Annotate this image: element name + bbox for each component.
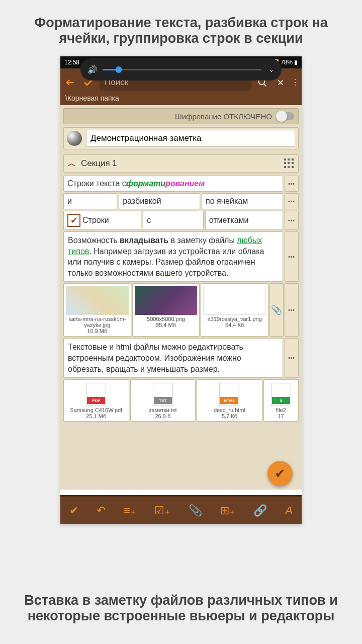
encryption-label: Шифрование ОТКЛЮЧЕНО <box>175 112 272 121</box>
map-thumbnail-icon <box>66 286 129 315</box>
note-title-input[interactable]: Демонстрационная заметка <box>86 130 295 147</box>
phone-frame: 12:58 ⏰ 📶 78% ▮ 🔊 ⌄ Поиск ⋮ \Корневая па… <box>60 56 302 524</box>
fab-confirm-button[interactable]: ✔ <box>267 461 293 486</box>
format-icon[interactable]: A <box>285 504 293 517</box>
bottom-caption: Вставка в заметку файлов различных типов… <box>0 583 362 634</box>
check-icon[interactable]: ✔ <box>69 504 78 517</box>
breadcrumb[interactable]: \Корневая папка <box>60 91 302 105</box>
chevron-down-icon[interactable]: ⌄ <box>268 65 275 73</box>
overflow-menu-icon[interactable]: ⋮ <box>292 75 299 90</box>
cell[interactable]: отметками <box>205 211 283 230</box>
back-button[interactable] <box>63 75 77 90</box>
checkbox-row: ✔ Строки с отметками ••• <box>63 211 299 230</box>
section-header[interactable]: ︿ Секция 1 <box>63 154 299 173</box>
encryption-row: Шифрование ОТКЛЮЧЕНО <box>63 108 299 124</box>
battery-label: 78% <box>281 59 293 66</box>
row-more-button[interactable]: ••• <box>285 211 299 230</box>
volume-icon: 🔊 <box>87 65 98 74</box>
row-more-button[interactable]: ••• <box>285 231 299 282</box>
content-area: Шифрование ОТКЛЮЧЕНО Демонстрационная за… <box>60 105 302 490</box>
formatted-text: формати <box>126 179 165 188</box>
collapse-icon[interactable]: ︿ <box>68 158 76 169</box>
checkbox-checked[interactable]: ✔ <box>67 214 80 227</box>
file-thumbnail[interactable]: HTML desc_ru.html 5,7 Кб <box>197 379 262 422</box>
attachment-icon[interactable]: 📎 <box>269 283 284 337</box>
gradient-thumbnail-icon <box>135 286 198 315</box>
row-more-button[interactable]: ••• <box>285 283 299 337</box>
list-add-icon[interactable]: ≡₊ <box>124 504 136 517</box>
volume-overlay[interactable]: 🔊 ⌄ <box>80 58 282 80</box>
battery-icon: ▮ <box>294 59 298 66</box>
cells-row: и разбивкой по ячейкам ••• <box>63 193 299 209</box>
cell[interactable]: разбивкой <box>119 193 200 209</box>
row-more-button[interactable]: ••• <box>285 338 299 378</box>
file-thumbnail[interactable]: X file2 17 <box>263 379 299 422</box>
attach-icon[interactable]: 📎 <box>189 504 202 517</box>
paragraph-row: Текстовые и html файлы можно редактирова… <box>63 338 299 378</box>
text-cell[interactable]: Строки текста с форматированием <box>63 176 283 192</box>
file-thumbnails-row: PDF Samsung C410W.pdf 25,1 Мб TXT заметк… <box>63 379 299 422</box>
plane-thumbnail-icon <box>203 286 266 315</box>
paragraph-row: Возможность вкладывать в заметку файлы л… <box>63 231 299 282</box>
cell[interactable]: и <box>63 193 117 209</box>
window-add-icon[interactable]: ⊞₊ <box>220 504 235 517</box>
image-thumbnail[interactable]: a319rossiya_var1.png 54,4 Кб <box>201 283 268 337</box>
cell[interactable]: по ячейкам <box>202 193 283 209</box>
checkbox-add-icon[interactable]: ☑₊ <box>154 504 170 517</box>
text-row: Строки текста с форматированием ••• <box>63 176 299 192</box>
image-thumbnail[interactable]: karta-mira-na-russkom-yazyke.jpg 10,9 Мб <box>63 283 131 337</box>
file-thumbnail[interactable]: TXT заметки.txt 26,0 б <box>130 379 196 422</box>
section-title: Секция 1 <box>81 158 279 169</box>
undo-icon[interactable]: ↶ <box>97 504 106 517</box>
file-thumbnail[interactable]: PDF Samsung C410W.pdf 25,1 Мб <box>63 379 129 422</box>
note-title-row: Демонстрационная заметка <box>63 127 299 149</box>
txt-file-icon: TXT <box>153 383 173 406</box>
image-thumbnails-row: karta-mira-na-russkom-yazyke.jpg 10,9 Мб… <box>63 283 299 337</box>
row-more-button[interactable]: ••• <box>285 176 299 192</box>
text-block[interactable]: Текстовые и html файлы можно редактирова… <box>63 338 283 378</box>
image-thumbnail[interactable]: 5000x5000.png 95,4 Мб <box>132 283 200 337</box>
xls-file-icon: X <box>271 383 291 406</box>
status-time: 12:58 <box>64 59 79 66</box>
encryption-toggle[interactable] <box>276 112 294 120</box>
cell[interactable]: с <box>143 211 203 230</box>
top-caption: Форматирование текста, разбивка строк на… <box>0 0 362 56</box>
note-icon[interactable] <box>67 131 82 146</box>
link-icon[interactable]: 🔗 <box>253 504 267 517</box>
text-block[interactable]: Возможность вкладывать в заметку файлы л… <box>63 231 283 282</box>
pdf-file-icon: PDF <box>86 383 106 406</box>
grid-icon[interactable] <box>284 158 294 169</box>
volume-slider[interactable] <box>103 69 261 70</box>
cell-with-checkbox[interactable]: ✔ Строки <box>63 211 141 230</box>
html-file-icon: HTML <box>219 383 239 406</box>
row-more-button[interactable]: ••• <box>285 193 299 209</box>
bottom-toolbar: ✔ ↶ ≡₊ ☑₊ 📎 ⊞₊ 🔗 A <box>60 495 302 524</box>
formatted-text: рованием <box>165 179 205 188</box>
